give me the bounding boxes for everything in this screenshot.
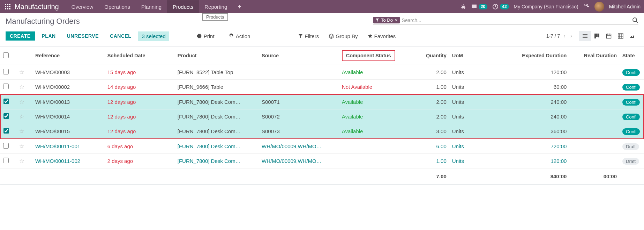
star-icon[interactable]: ☆ (19, 158, 24, 164)
cell-uom[interactable]: Units (449, 139, 489, 154)
cell-reference[interactable]: WH/MO/00002 (32, 80, 105, 95)
row-checkbox[interactable] (3, 113, 9, 119)
print-button[interactable]: Print (196, 33, 215, 39)
row-checkbox[interactable] (3, 84, 9, 89)
app-title[interactable]: Manufacturing (15, 3, 59, 11)
cell-source[interactable]: S00072 (259, 109, 339, 124)
cell-reference[interactable]: WH/MO/00013 (32, 94, 105, 109)
user-name[interactable]: Mitchell Admin (609, 4, 641, 9)
cell-uom[interactable]: Units (449, 80, 489, 95)
cell-state: Confi (620, 80, 644, 95)
view-pivot-icon[interactable] (615, 31, 627, 41)
table-row[interactable]: ☆WH/MO/0001312 days ago[FURN_7800] Desk … (0, 94, 644, 109)
row-checkbox[interactable] (3, 128, 9, 134)
cell-reference[interactable]: WH/MO/00014 (32, 109, 105, 124)
th-state[interactable]: State (620, 46, 644, 65)
table-row[interactable]: ☆WH/MO/0001512 days ago[FURN_7800] Desk … (0, 124, 644, 139)
cell-product[interactable]: [FURN_9666] Table (175, 80, 259, 95)
table-row[interactable]: ☆WH/MO/0000214 days ago[FURN_9666] Table… (0, 80, 644, 95)
tools-icon[interactable] (583, 3, 590, 10)
search-bar[interactable]: To Do × (373, 17, 638, 25)
avatar[interactable] (594, 2, 604, 12)
row-checkbox[interactable] (3, 99, 9, 104)
row-checkbox[interactable] (3, 158, 9, 163)
star-icon[interactable]: ☆ (19, 69, 24, 76)
view-list-icon[interactable] (579, 31, 591, 41)
activities-icon[interactable]: 42 (492, 3, 509, 10)
table-row[interactable]: ☆WH/MO/00011-0016 days ago[FURN_7800] De… (0, 139, 644, 154)
cancel-button[interactable]: CANCEL (106, 31, 135, 41)
cell-product[interactable]: [FURN_8522] Table Top (175, 65, 259, 80)
row-checkbox[interactable] (3, 69, 9, 74)
unreserve-button[interactable]: UNRESERVE (63, 31, 103, 41)
cell-reference[interactable]: WH/MO/00015 (32, 124, 105, 139)
th-scheduled[interactable]: Scheduled Date (105, 46, 175, 65)
cell-source[interactable] (259, 65, 339, 80)
th-reference[interactable]: Reference (32, 46, 105, 65)
star-icon[interactable]: ☆ (19, 128, 24, 135)
cell-product[interactable]: [FURN_7800] Desk Com… (175, 139, 259, 154)
apps-icon[interactable] (3, 2, 12, 11)
table-row[interactable]: ☆WH/MO/0001412 days ago[FURN_7800] Desk … (0, 109, 644, 124)
create-button[interactable]: CREATE (6, 31, 35, 41)
company-selector[interactable]: My Company (San Francisco) (514, 4, 578, 9)
cell-source[interactable] (259, 80, 339, 95)
cell-source[interactable]: S00073 (259, 124, 339, 139)
nav-reporting[interactable]: Reporting (199, 0, 233, 13)
select-all-checkbox[interactable] (3, 52, 9, 58)
pager-prev-icon[interactable]: ‹ (562, 33, 567, 39)
facet-remove-icon[interactable]: × (395, 17, 398, 23)
search-facet-todo[interactable]: To Do × (373, 17, 400, 23)
selected-count[interactable]: 3 selected (138, 31, 169, 41)
cell-source[interactable]: S00071 (259, 94, 339, 109)
search-input[interactable] (402, 17, 629, 23)
pager-next-icon[interactable]: › (569, 33, 574, 39)
table-row[interactable]: ☆WH/MO/0000315 days ago[FURN_8522] Table… (0, 65, 644, 80)
cell-product[interactable]: [FURN_7800] Desk Com… (175, 154, 259, 168)
debug-icon[interactable] (460, 4, 466, 9)
cell-reference[interactable]: WH/MO/00003 (32, 65, 105, 80)
star-icon[interactable]: ☆ (19, 84, 24, 90)
table-row[interactable]: ☆WH/MO/00011-0022 days ago[FURN_7800] De… (0, 154, 644, 168)
search-icon[interactable] (629, 17, 638, 23)
star-icon[interactable]: ☆ (19, 99, 24, 105)
nav-products[interactable]: Products (167, 0, 199, 13)
messages-badge: 20 (479, 4, 487, 9)
star-icon[interactable]: ☆ (19, 113, 24, 120)
cell-reference[interactable]: WH/MO/00011-001 (32, 139, 105, 154)
th-real-duration[interactable]: Real Duration (569, 46, 620, 65)
cell-source[interactable]: WH/MO/00009,WH/MO… (259, 154, 339, 168)
favorites-button[interactable]: Favorites (368, 33, 396, 39)
cell-uom[interactable]: Units (449, 65, 489, 80)
view-calendar-icon[interactable] (603, 31, 615, 41)
cell-uom[interactable]: Units (449, 124, 489, 139)
filters-button[interactable]: Filters (298, 33, 319, 39)
th-quantity[interactable]: Quantity (407, 46, 449, 65)
cell-product[interactable]: [FURN_7800] Desk Com… (175, 124, 259, 139)
cell-uom[interactable]: Units (449, 154, 489, 168)
nav-planning[interactable]: Planning (136, 0, 167, 13)
cell-reference[interactable]: WH/MO/00011-002 (32, 154, 105, 168)
action-button[interactable]: Action (229, 33, 250, 39)
view-kanban-icon[interactable] (591, 31, 603, 41)
th-uom[interactable]: UoM (449, 46, 489, 65)
th-component-status[interactable]: Component Status (339, 46, 407, 65)
star-icon[interactable]: ☆ (19, 143, 24, 150)
plan-button[interactable]: PLAN (38, 31, 60, 41)
row-checkbox[interactable] (3, 143, 9, 149)
groupby-button[interactable]: Group By (329, 33, 358, 39)
nav-add-icon[interactable]: + (233, 0, 246, 14)
cell-uom[interactable]: Units (449, 109, 489, 124)
nav-operations[interactable]: Operations (99, 0, 135, 13)
nav-overview[interactable]: Overview (66, 0, 99, 13)
th-source[interactable]: Source (259, 46, 339, 65)
view-graph-icon[interactable] (627, 31, 638, 41)
th-product[interactable]: Product (175, 46, 259, 65)
th-expected-duration[interactable]: Expected Duration (489, 46, 570, 65)
cell-uom[interactable]: Units (449, 94, 489, 109)
cell-product[interactable]: [FURN_7800] Desk Com… (175, 109, 259, 124)
cell-source[interactable]: WH/MO/00009,WH/MO… (259, 139, 339, 154)
messages-icon[interactable]: 20 (471, 3, 487, 10)
pager-text[interactable]: 1-7 / 7 (546, 33, 560, 39)
cell-product[interactable]: [FURN_7800] Desk Com… (175, 94, 259, 109)
